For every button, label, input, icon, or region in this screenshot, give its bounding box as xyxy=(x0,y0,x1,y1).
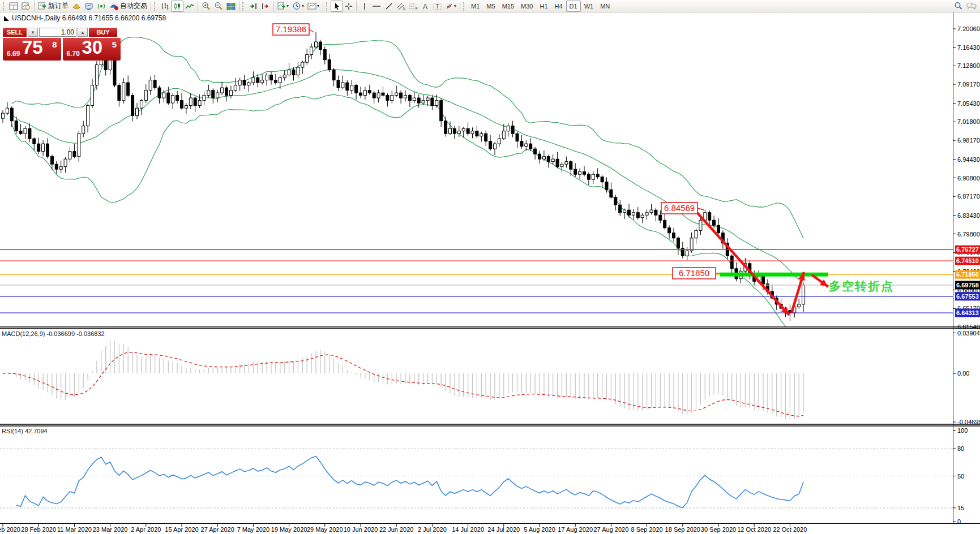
arrows-tool-button[interactable]: ▾ xyxy=(443,1,458,12)
zoom-out-button[interactable] xyxy=(212,1,225,12)
chat-icon xyxy=(966,2,977,10)
toolbar-separator xyxy=(198,1,198,11)
templates-icon xyxy=(307,2,316,10)
auto-scroll-button[interactable] xyxy=(247,1,259,12)
chat-button[interactable] xyxy=(965,1,978,12)
zoom-in-button[interactable] xyxy=(200,1,212,12)
crosshair-tool-button[interactable] xyxy=(343,1,354,12)
terminal-button[interactable] xyxy=(83,1,95,12)
candlestick-chart-button[interactable] xyxy=(171,1,183,12)
chart-canvas[interactable]: 7.193866.845696.718507.200607.164307.128… xyxy=(0,0,980,534)
trendline-tool-button[interactable] xyxy=(383,1,395,12)
price-label-box[interactable]: 7.19386 xyxy=(273,24,314,35)
turning-point-annotation[interactable]: 多空转折点 xyxy=(829,278,894,294)
vertical-line-tool-button[interactable] xyxy=(358,1,370,12)
date-label: 19 May 2020 xyxy=(271,526,307,533)
date-label: 24 Jul 2020 xyxy=(487,526,520,533)
cursor-tool-button[interactable] xyxy=(331,1,343,12)
fibonacci-tool-button[interactable]: F xyxy=(407,1,420,12)
axis-tick-label: 6.83430 xyxy=(957,212,980,219)
autotrading-button[interactable]: 自动交易 xyxy=(108,1,149,12)
search-icon xyxy=(954,2,963,10)
text-label-tool-button[interactable]: T xyxy=(431,1,443,12)
indicators-icon xyxy=(277,2,286,10)
price-tag-text: 6.76727 xyxy=(956,246,979,253)
buy-price-panel[interactable]: 6.70 30 5 xyxy=(63,38,121,61)
crosshair-icon xyxy=(345,2,353,10)
trend-arrows-layer[interactable] xyxy=(695,210,828,315)
chart-shift-button[interactable] xyxy=(259,1,272,12)
sell-button[interactable]: SELL xyxy=(3,28,27,37)
axis-tick-label: 7.12800 xyxy=(957,62,980,69)
date-label: 12 Oct 2020 xyxy=(737,526,771,533)
date-label: 30 Sep 2020 xyxy=(701,526,736,533)
time-axis: 18 Feb 202028 Feb 202011 Mar 202023 Mar … xyxy=(0,523,980,533)
date-label: 10 Jun 2020 xyxy=(344,526,378,533)
timeframe-M15[interactable]: M15 xyxy=(499,1,517,12)
line-chart-button[interactable] xyxy=(183,1,196,12)
timeframe-M5[interactable]: M5 xyxy=(483,1,498,12)
bollinger-bands-layer xyxy=(12,37,803,331)
date-label: 29 May 2020 xyxy=(307,526,343,533)
text-icon: A xyxy=(422,2,429,10)
bb-middle-band xyxy=(12,70,803,283)
text-label-icon: T xyxy=(433,2,442,10)
signals-button[interactable] xyxy=(95,1,108,12)
metaeditor-button[interactable] xyxy=(70,1,83,12)
macd-layer xyxy=(3,341,803,420)
axis-tick-label: 7.16430 xyxy=(957,44,980,51)
price-label-box[interactable]: 6.84569 xyxy=(661,203,704,214)
volume-decrease-button[interactable]: ▼ xyxy=(28,28,38,37)
macd-indicator-label: MACD(12,26,9) -0.036699 -0.036832 xyxy=(2,330,105,337)
volume-input[interactable] xyxy=(39,28,76,37)
axis-tick-label: 6.90800 xyxy=(957,175,980,182)
new-order-icon xyxy=(38,2,46,10)
buy-price-pips: 30 xyxy=(82,37,103,58)
search-button[interactable] xyxy=(952,1,965,12)
date-label: 27 Aug 2020 xyxy=(594,526,629,533)
macd-axis-label: 0.039044 xyxy=(957,330,980,337)
price-tag-text: 6.74510 xyxy=(956,257,979,264)
equidistant-channel-icon: E xyxy=(396,2,405,10)
date-label: 15 Apr 2020 xyxy=(165,526,198,533)
text-tool-button[interactable]: A xyxy=(420,1,431,12)
bar-chart-icon xyxy=(160,2,169,10)
timeframe-M30[interactable]: M30 xyxy=(517,1,536,12)
axis-tick-label: 7.01800 xyxy=(957,118,980,125)
buy-price-fraction: 5 xyxy=(112,40,117,49)
horizontal-line-tool-button[interactable] xyxy=(370,1,383,12)
buy-button[interactable]: BUY xyxy=(89,28,117,37)
tile-windows-button[interactable] xyxy=(225,1,237,12)
price-axis: 7.200607.164307.128007.091707.054307.018… xyxy=(953,12,980,525)
indicators-caret-icon: ▾ xyxy=(286,3,289,8)
date-label: 22 Oct 2020 xyxy=(773,526,807,533)
timeframe-H1[interactable]: H1 xyxy=(536,1,551,12)
volume-increase-button[interactable]: ▲ xyxy=(78,28,88,37)
timeframe-W1[interactable]: W1 xyxy=(581,1,597,12)
indicators-button[interactable]: ▾ xyxy=(276,1,290,12)
timeframe-D1[interactable]: D1 xyxy=(566,1,581,12)
sell-price-panel[interactable]: 6.69 75 8 xyxy=(3,38,61,61)
templates-button[interactable]: ▾ xyxy=(306,1,321,12)
timeframe-H4[interactable]: H4 xyxy=(551,1,566,12)
toolbar-grip xyxy=(154,2,157,11)
toolbar-separator xyxy=(239,1,239,11)
equidistant-channel-tool-button[interactable]: E xyxy=(395,1,407,12)
bar-chart-button[interactable] xyxy=(159,1,171,12)
timeframe-MN[interactable]: MN xyxy=(597,1,613,12)
date-label: 22 Jun 2020 xyxy=(379,526,414,533)
trendline-icon xyxy=(385,2,393,10)
svg-text:A: A xyxy=(423,2,427,10)
date-label: 17 Aug 2020 xyxy=(558,526,593,533)
price-label-box[interactable]: 6.71850 xyxy=(673,268,720,279)
profiles-button[interactable] xyxy=(20,1,32,12)
sell-price-integer: 6.69 xyxy=(7,50,20,58)
timeframe-M1[interactable]: M1 xyxy=(468,1,483,12)
new-order-button[interactable]: 新订单 xyxy=(36,1,70,12)
chart-shift-icon xyxy=(261,2,270,10)
periods-button[interactable]: ▾ xyxy=(290,1,306,12)
metaeditor-icon xyxy=(72,2,81,10)
axis-tick-label: 6.87170 xyxy=(957,193,980,200)
date-label: 28 Feb 2020 xyxy=(21,526,56,533)
charts-window-button[interactable] xyxy=(7,1,20,12)
